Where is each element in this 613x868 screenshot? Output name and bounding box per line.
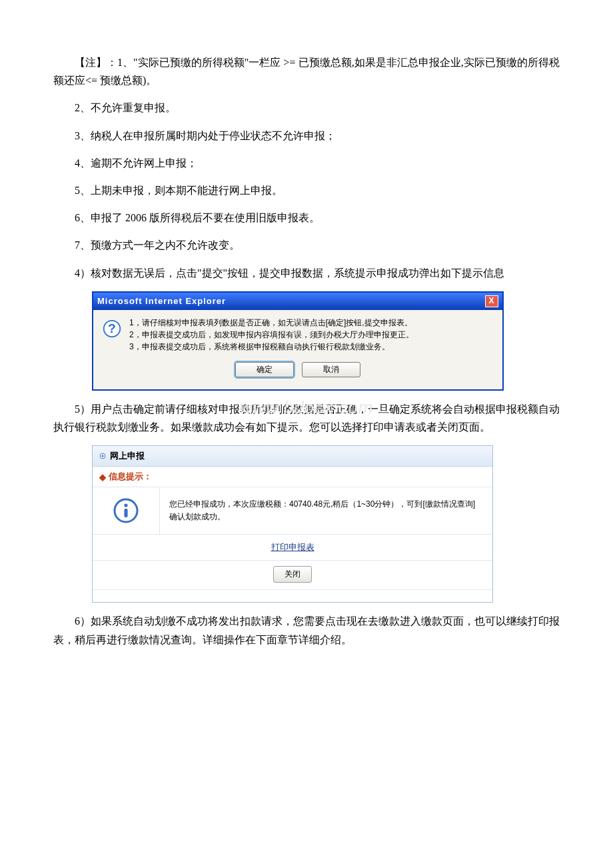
- paragraph-note-1: 【注】：1、"实际已预缴的所得税额"一栏应 >= 已预缴总额,如果是非汇总申报企…: [53, 53, 560, 89]
- paragraph-note-5: 5、上期未申报，则本期不能进行网上申报。: [53, 181, 560, 199]
- svg-point-5: [124, 504, 127, 507]
- arrow-icon: ◆: [99, 472, 106, 482]
- dialog-line-1: 1，请仔细核对申报表填列数据是否正确，如无误请点击[确定]按钮,提交申报表。: [129, 317, 414, 329]
- paragraph-step-5: 5）用户点击确定前请仔细核对申报表所填列的数据是否正确，一旦确定系统将会自动根据…: [53, 400, 560, 436]
- info-icon: [113, 497, 139, 524]
- svg-text:?: ?: [108, 321, 116, 335]
- print-report-link[interactable]: 打印申报表: [271, 542, 314, 552]
- paragraph-note-7: 7、预缴方式一年之内不允许改变。: [53, 236, 560, 254]
- question-icon: ?: [103, 319, 121, 338]
- svg-rect-6: [124, 509, 127, 517]
- panel-title: 网上申报: [110, 450, 145, 462]
- close-icon[interactable]: X: [485, 295, 498, 307]
- dialog-line-3: 3，申报表提交成功后，系统将根据申报税额自动执行银行税款划缴业务。: [129, 341, 414, 353]
- bullet-icon: [99, 453, 106, 459]
- paragraph-note-6: 6、申报了 2006 版所得税后不要在使用旧版申报表。: [53, 209, 560, 227]
- svg-point-3: [101, 455, 103, 457]
- ie-confirm-dialog: Microsoft Internet Explorer X ? 1，请仔细核对申…: [92, 291, 504, 391]
- cancel-button[interactable]: 取消: [302, 362, 360, 377]
- dialog-titlebar: Microsoft Internet Explorer X: [93, 293, 502, 310]
- paragraph-step-4: 4）核对数据无误后，点击"提交"按钮，提交申报数据，系统提示申报成功弹出如下提示…: [53, 264, 560, 282]
- panel-message: 您已经申报成功，本次应缴税额：40740.48元,稍后（1~30分钟），可到[缴…: [160, 487, 492, 534]
- ok-button[interactable]: 确定: [235, 362, 294, 377]
- paragraph-step-6: 6）如果系统自动划缴不成功将发出扣款请求，您需要点击现在去缴款进入缴款页面，也可…: [53, 612, 560, 648]
- paragraph-note-3: 3、纳税人在申报所属时期内处于停业状态不允许申报；: [53, 127, 560, 145]
- success-panel: 网上申报 ◆ 信息提示： 您已经申报成功，本次应缴税额：40740.48元,稍后…: [92, 445, 493, 603]
- panel-link-row: 打印申报表: [93, 535, 492, 561]
- paragraph-note-2: 2、不允许重复申报。: [53, 99, 560, 117]
- dialog-title: Microsoft Internet Explorer: [97, 296, 226, 306]
- panel-subheader: ◆ 信息提示：: [93, 467, 492, 487]
- dialog-message: 1，请仔细核对申报表填列数据是否正确，如无误请点击[确定]按钮,提交申报表。 2…: [129, 317, 414, 353]
- panel-info-label: 信息提示：: [109, 471, 152, 483]
- panel-header: 网上申报: [93, 446, 492, 467]
- close-button[interactable]: 关闭: [273, 566, 312, 583]
- dialog-line-2: 2，申报表提交成功后，如发现申报内容填报有误，须到办税大厅办理申报更正。: [129, 329, 414, 341]
- paragraph-note-4: 4、逾期不允许网上申报；: [53, 154, 560, 172]
